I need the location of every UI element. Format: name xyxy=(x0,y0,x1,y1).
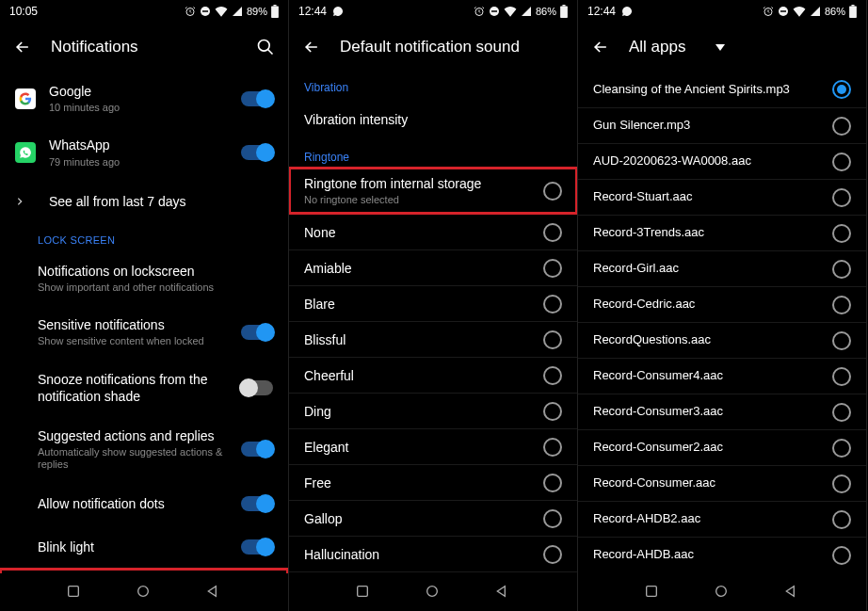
dropdown-icon[interactable] xyxy=(715,44,725,51)
radio[interactable] xyxy=(543,438,562,457)
file-row[interactable]: RecordQuestions.aac xyxy=(578,322,866,358)
dnd-icon xyxy=(778,6,789,17)
radio[interactable] xyxy=(832,474,851,493)
file-row[interactable]: Record-Stuart.aac xyxy=(578,179,866,215)
nav-recent-icon[interactable] xyxy=(66,584,83,601)
file-row[interactable]: Record-Consumer.aac xyxy=(578,465,866,501)
radio[interactable] xyxy=(832,153,851,171)
radio[interactable] xyxy=(543,474,562,492)
radio[interactable] xyxy=(832,80,851,99)
radio[interactable] xyxy=(832,296,851,314)
radio[interactable] xyxy=(543,295,562,314)
ringtone-row[interactable]: Blare xyxy=(289,285,577,321)
ringtone-row[interactable]: Ding xyxy=(289,393,577,428)
radio[interactable] xyxy=(543,366,562,385)
toggle[interactable] xyxy=(241,325,273,340)
file-name: Cleansing of the Ancient Spirits.mp3 xyxy=(593,82,819,98)
nav-home-icon[interactable] xyxy=(714,584,731,601)
ringtone-row[interactable]: Cheerful xyxy=(289,357,577,393)
radio[interactable] xyxy=(832,367,851,386)
file-row[interactable]: Cleansing of the Ancient Spirits.mp3 xyxy=(578,72,866,107)
nav-home-icon[interactable] xyxy=(136,584,153,601)
ringtone-row[interactable]: None xyxy=(289,214,577,249)
ringtone-name: Ding xyxy=(304,403,530,420)
svg-rect-13 xyxy=(358,587,368,597)
setting-row[interactable]: Blink light xyxy=(0,525,288,569)
radio[interactable] xyxy=(832,224,851,243)
toggle[interactable] xyxy=(241,442,273,457)
file-row[interactable]: Record-Consumer2.aac xyxy=(578,429,866,465)
ringtone-row[interactable]: Elegant xyxy=(289,428,577,464)
nav-recent-icon[interactable] xyxy=(644,584,661,601)
toggle[interactable] xyxy=(241,91,273,106)
nav-home-icon[interactable] xyxy=(425,584,442,601)
file-row[interactable]: Record-Consumer3.aac xyxy=(578,394,866,429)
radio[interactable] xyxy=(832,331,851,350)
file-row[interactable]: Record-AHDB.aac xyxy=(578,537,866,572)
setting-row[interactable]: Sensitive notificationsShow sensitive co… xyxy=(0,305,288,359)
see-all-label: See all from last 7 days xyxy=(49,193,273,210)
setting-title: Allow notification dots xyxy=(38,495,228,512)
radio[interactable] xyxy=(543,259,562,278)
file-row[interactable]: Record-Cedric.aac xyxy=(578,286,866,322)
setting-row[interactable]: Snooze notifications from the notificati… xyxy=(0,360,288,416)
app-row-whatsapp[interactable]: WhatsApp 79 minutes ago xyxy=(0,125,288,179)
nav-back-icon[interactable] xyxy=(494,584,511,601)
radio[interactable] xyxy=(832,260,851,279)
radio[interactable] xyxy=(832,403,851,422)
file-row[interactable]: Record-Consumer4.aac xyxy=(578,358,866,394)
dnd-icon xyxy=(489,6,500,17)
svg-rect-20 xyxy=(647,587,657,597)
ringtone-row[interactable]: Hallucination xyxy=(289,536,577,571)
toggle[interactable] xyxy=(241,380,273,395)
see-all-row[interactable]: See all from last 7 days xyxy=(0,180,288,223)
file-row[interactable]: Record-AHDB2.aac xyxy=(578,501,866,537)
radio[interactable] xyxy=(543,182,562,201)
wifi-icon xyxy=(504,6,517,17)
ringtone-row[interactable]: Gallop xyxy=(289,500,577,536)
radio[interactable] xyxy=(832,117,851,136)
ringtone-row[interactable]: Blissful xyxy=(289,321,577,357)
radio[interactable] xyxy=(543,402,562,421)
ringtone-row[interactable]: Amiable xyxy=(289,249,577,285)
back-icon[interactable] xyxy=(302,38,321,56)
setting-title: Suggested actions and replies xyxy=(38,427,228,444)
file-row[interactable]: Gun Silencer.mp3 xyxy=(578,107,866,143)
app-row-google[interactable]: Google 10 minutes ago xyxy=(0,72,288,125)
file-row[interactable]: Record-3Trends.aac xyxy=(578,215,866,250)
setting-row[interactable]: Suggested actions and repliesAutomatical… xyxy=(0,416,288,483)
radio[interactable] xyxy=(543,330,562,349)
radio[interactable] xyxy=(832,510,851,529)
battery-pct: 86% xyxy=(825,6,845,17)
radio[interactable] xyxy=(832,439,851,458)
radio[interactable] xyxy=(543,509,562,528)
file-row[interactable]: AUD-20200623-WA0008.aac xyxy=(578,143,866,179)
setting-row[interactable]: Notifications on lockscreenShow importan… xyxy=(0,251,288,305)
radio[interactable] xyxy=(543,223,562,242)
nav-back-icon[interactable] xyxy=(783,584,800,601)
radio[interactable] xyxy=(832,546,851,565)
back-icon[interactable] xyxy=(591,38,610,56)
whatsapp-status-icon xyxy=(621,6,633,17)
back-icon[interactable] xyxy=(13,38,32,56)
svg-rect-3 xyxy=(271,7,279,18)
radio[interactable] xyxy=(832,188,851,207)
ringtone-name: None xyxy=(304,224,530,241)
ringtone-row[interactable]: Free xyxy=(289,464,577,500)
file-name: Record-Consumer4.aac xyxy=(593,368,819,384)
svg-rect-12 xyxy=(562,5,565,7)
file-row[interactable]: Record-Girl.aac xyxy=(578,250,866,286)
toggle[interactable] xyxy=(241,496,273,511)
files-list: Cleansing of the Ancient Spirits.mp3Gun … xyxy=(578,72,866,573)
toggle[interactable] xyxy=(241,539,273,555)
ringtone-storage-row[interactable]: Ringtone from internal storage No ringto… xyxy=(289,168,577,214)
search-icon[interactable] xyxy=(256,38,275,56)
nav-recent-icon[interactable] xyxy=(355,584,372,601)
vibration-intensity-row[interactable]: Vibration intensity xyxy=(289,98,577,141)
ringtone-name: Blare xyxy=(304,296,530,313)
toggle[interactable] xyxy=(241,145,273,160)
panel-default-sound: 12:44 86% Default notification sound Vib… xyxy=(289,0,578,611)
nav-back-icon[interactable] xyxy=(205,584,222,601)
setting-row[interactable]: Allow notification dots xyxy=(0,482,288,525)
radio[interactable] xyxy=(543,545,562,564)
